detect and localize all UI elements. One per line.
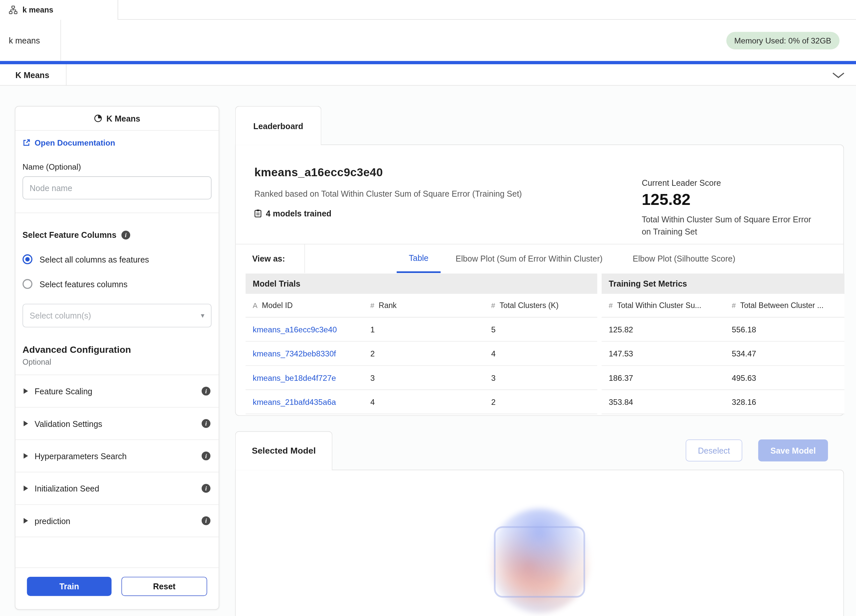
advanced-configuration-title: Advanced Configuration <box>22 345 211 356</box>
deselect-button[interactable]: Deselect <box>686 439 742 462</box>
model-id-link[interactable]: kmeans_7342beb8330f <box>245 349 363 358</box>
table-row: kmeans_a16ecc9c3e40 1 5 <box>245 317 597 342</box>
table-row: kmeans_be18de4f727e 3 3 <box>245 366 597 390</box>
column-label: Total Within Cluster Su... <box>617 301 702 310</box>
string-column-icon: A <box>253 302 257 310</box>
watermark-logo <box>485 508 595 613</box>
table-row: 186.37 495.63 <box>602 366 844 390</box>
accordion-initialization-seed[interactable]: Initialization Seed i <box>15 472 219 504</box>
models-trained-row: 4 models trained <box>254 209 331 218</box>
caret-right-icon <box>24 485 28 491</box>
column-label: Total Between Cluster ... <box>741 301 824 310</box>
radio-select-features-label: Select features columns <box>40 279 128 289</box>
column-header-total-between[interactable]: # Total Between Cluster ... <box>725 301 844 310</box>
table-row: kmeans_7342beb8330f 2 4 <box>245 342 597 366</box>
column-label: Total Clusters (K) <box>499 301 559 310</box>
feature-columns-select[interactable]: Select column(s) ▾ <box>22 304 211 327</box>
selected-model-body <box>235 470 844 616</box>
ranked-based-text: Ranked based on Total Within Cluster Sum… <box>254 189 522 198</box>
feature-columns-label: Select Feature Columns <box>22 230 116 239</box>
tab-leaderboard[interactable]: Leaderboard <box>235 106 322 145</box>
config-actions: Train Reset <box>27 577 207 596</box>
config-panel-header: K Means <box>15 106 219 131</box>
accordion-feature-scaling[interactable]: Feature Scaling i <box>15 374 219 407</box>
view-tab-elbow-silhouette[interactable]: Elbow Plot (Silhoutte Score) <box>620 244 748 273</box>
caret-right-icon <box>24 518 28 524</box>
select-caret-icon: ▾ <box>201 311 204 320</box>
leader-score-value: 125.82 <box>642 191 829 209</box>
accordion-label: Hyperparameters Search <box>35 451 126 460</box>
accordion-label: prediction <box>35 516 70 525</box>
section-divider <box>66 64 66 86</box>
name-optional-label: Name (Optional) <box>22 163 211 172</box>
section-title: K Means <box>15 64 49 86</box>
table-row: 125.82 556.18 <box>602 317 844 342</box>
kmeans-node-icon <box>94 114 102 123</box>
accordion-hyperparameters-search[interactable]: Hyperparameters Search i <box>15 439 219 472</box>
between-cell: 328.16 <box>725 397 844 406</box>
config-panel-title: K Means <box>106 114 140 123</box>
accordion-prediction[interactable]: prediction i <box>15 504 219 537</box>
leader-score-label: Current Leader Score <box>642 178 829 187</box>
memory-usage-badge: Memory Used: 0% of 32GB <box>726 32 839 49</box>
info-icon[interactable]: i <box>202 484 211 493</box>
rank-cell: 2 <box>363 349 484 358</box>
tab-selected-model[interactable]: Selected Model <box>235 431 333 470</box>
radio-selected-icon <box>22 254 32 264</box>
column-header-total-clusters[interactable]: # Total Clusters (K) <box>484 301 597 310</box>
workspace-tab[interactable]: k means <box>0 0 118 20</box>
model-id-link[interactable]: kmeans_a16ecc9c3e40 <box>245 325 363 334</box>
view-tab-table[interactable]: Table <box>397 244 440 273</box>
browser-tab-strip: k means <box>0 0 856 20</box>
kmeans-section-bar: K Means <box>0 64 856 86</box>
model-id-link[interactable]: kmeans_21bafd435a6a <box>245 397 363 406</box>
divider <box>15 568 219 568</box>
reset-button[interactable]: Reset <box>122 577 207 596</box>
app-header: k means Memory Used: 0% of 32GB <box>0 20 856 61</box>
info-icon[interactable]: i <box>202 387 211 396</box>
training-metrics-group: Training Set Metrics # Total Within Clus… <box>602 273 844 414</box>
info-icon[interactable]: i <box>202 419 211 428</box>
between-cell: 534.47 <box>725 349 844 358</box>
within-cell: 353.84 <box>602 397 725 406</box>
radio-all-columns[interactable]: Select all columns as features <box>22 254 211 264</box>
model-trials-group: Model Trials A Model ID # Rank # Total C <box>245 273 597 414</box>
app-window: k means k means Memory Used: 0% of 32GB … <box>0 0 856 616</box>
save-model-button[interactable]: Save Model <box>758 439 828 462</box>
clusters-cell: 3 <box>484 373 597 382</box>
train-button[interactable]: Train <box>27 577 112 596</box>
info-icon[interactable]: i <box>121 231 130 239</box>
rank-cell: 4 <box>363 397 484 406</box>
column-header-total-within[interactable]: # Total Within Cluster Su... <box>602 301 725 310</box>
watermark-frame <box>494 526 585 598</box>
chevron-down-icon[interactable] <box>832 72 845 79</box>
column-header-row: A Model ID # Rank # Total Clusters (K) <box>245 294 597 317</box>
view-tab-elbow-sum-error[interactable]: Elbow Plot (Sum of Error Within Cluster) <box>445 244 613 273</box>
accordion-label: Initialization Seed <box>35 484 99 493</box>
radio-unselected-icon <box>22 279 32 289</box>
number-column-icon: # <box>609 302 613 310</box>
open-documentation-label: Open Documentation <box>35 139 115 147</box>
number-column-icon: # <box>491 302 495 310</box>
selected-model-card: Selected Model Deselect Save Model <box>235 431 844 616</box>
column-header-model-id[interactable]: A Model ID <box>245 301 363 310</box>
clusters-cell: 4 <box>484 349 597 358</box>
open-documentation-link[interactable]: Open Documentation <box>22 139 211 147</box>
header-divider <box>60 20 61 61</box>
current-leader-score-block: Current Leader Score 125.82 Total Within… <box>642 178 829 237</box>
model-id-link[interactable]: kmeans_be18de4f727e <box>245 373 363 382</box>
accordion-validation-settings[interactable]: Validation Settings i <box>15 407 219 439</box>
node-name-input[interactable] <box>22 176 211 199</box>
within-cell: 147.53 <box>602 349 725 358</box>
rank-cell: 3 <box>363 373 484 382</box>
info-icon[interactable]: i <box>202 452 211 460</box>
radio-select-features[interactable]: Select features columns <box>22 279 211 289</box>
column-header-rank[interactable]: # Rank <box>363 301 484 310</box>
caret-right-icon <box>24 420 28 426</box>
info-icon[interactable]: i <box>202 516 211 525</box>
clusters-cell: 5 <box>484 325 597 334</box>
leaderboard-card: Leaderboard kmeans_a16ecc9c3e40 Ranked b… <box>235 106 844 416</box>
divider <box>305 244 305 273</box>
group-header-training-metrics: Training Set Metrics <box>602 273 844 294</box>
leader-score-description: Total Within Cluster Sum of Square Error… <box>642 214 818 238</box>
